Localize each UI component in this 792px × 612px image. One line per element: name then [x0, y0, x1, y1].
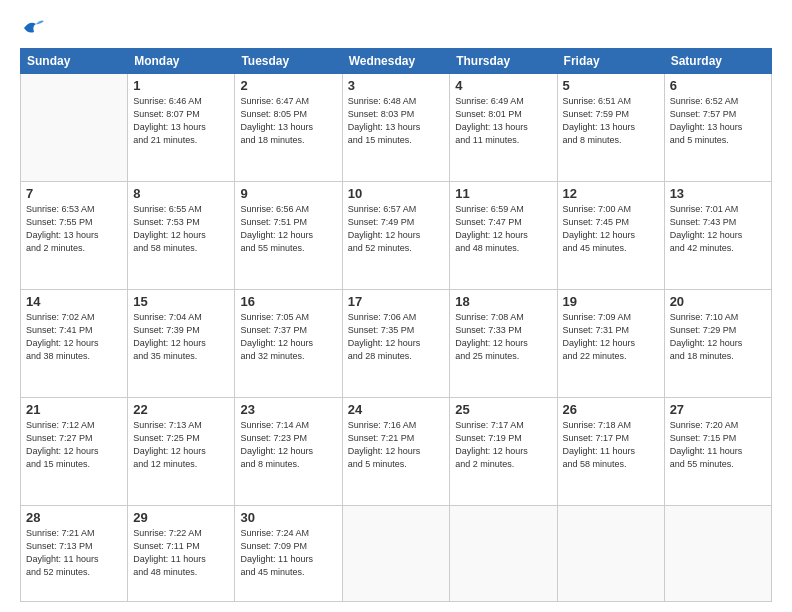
day-cell: 2Sunrise: 6:47 AM Sunset: 8:05 PM Daylig… [235, 74, 342, 182]
day-cell: 6Sunrise: 6:52 AM Sunset: 7:57 PM Daylig… [664, 74, 771, 182]
day-number: 1 [133, 78, 229, 93]
day-cell: 11Sunrise: 6:59 AM Sunset: 7:47 PM Dayli… [450, 182, 557, 290]
day-cell: 26Sunrise: 7:18 AM Sunset: 7:17 PM Dayli… [557, 398, 664, 506]
week-row-2: 7Sunrise: 6:53 AM Sunset: 7:55 PM Daylig… [21, 182, 772, 290]
day-number: 25 [455, 402, 551, 417]
day-cell: 30Sunrise: 7:24 AM Sunset: 7:09 PM Dayli… [235, 506, 342, 602]
day-info: Sunrise: 7:16 AM Sunset: 7:21 PM Dayligh… [348, 419, 445, 471]
day-info: Sunrise: 6:56 AM Sunset: 7:51 PM Dayligh… [240, 203, 336, 255]
day-cell: 1Sunrise: 6:46 AM Sunset: 8:07 PM Daylig… [128, 74, 235, 182]
day-number: 8 [133, 186, 229, 201]
day-cell: 3Sunrise: 6:48 AM Sunset: 8:03 PM Daylig… [342, 74, 450, 182]
day-info: Sunrise: 7:02 AM Sunset: 7:41 PM Dayligh… [26, 311, 122, 363]
day-info: Sunrise: 7:24 AM Sunset: 7:09 PM Dayligh… [240, 527, 336, 579]
day-number: 18 [455, 294, 551, 309]
day-cell: 15Sunrise: 7:04 AM Sunset: 7:39 PM Dayli… [128, 290, 235, 398]
weekday-header-monday: Monday [128, 49, 235, 74]
day-info: Sunrise: 7:13 AM Sunset: 7:25 PM Dayligh… [133, 419, 229, 471]
day-info: Sunrise: 7:09 AM Sunset: 7:31 PM Dayligh… [563, 311, 659, 363]
day-info: Sunrise: 7:14 AM Sunset: 7:23 PM Dayligh… [240, 419, 336, 471]
logo-bird-icon [22, 18, 44, 38]
day-info: Sunrise: 7:08 AM Sunset: 7:33 PM Dayligh… [455, 311, 551, 363]
day-number: 29 [133, 510, 229, 525]
day-cell: 7Sunrise: 6:53 AM Sunset: 7:55 PM Daylig… [21, 182, 128, 290]
day-cell: 18Sunrise: 7:08 AM Sunset: 7:33 PM Dayli… [450, 290, 557, 398]
day-number: 11 [455, 186, 551, 201]
day-number: 15 [133, 294, 229, 309]
weekday-header-tuesday: Tuesday [235, 49, 342, 74]
day-number: 26 [563, 402, 659, 417]
day-info: Sunrise: 6:48 AM Sunset: 8:03 PM Dayligh… [348, 95, 445, 147]
day-number: 19 [563, 294, 659, 309]
calendar-page: SundayMondayTuesdayWednesdayThursdayFrid… [0, 0, 792, 612]
weekday-header-friday: Friday [557, 49, 664, 74]
weekday-header-wednesday: Wednesday [342, 49, 450, 74]
day-info: Sunrise: 7:20 AM Sunset: 7:15 PM Dayligh… [670, 419, 766, 471]
day-info: Sunrise: 6:55 AM Sunset: 7:53 PM Dayligh… [133, 203, 229, 255]
day-cell: 13Sunrise: 7:01 AM Sunset: 7:43 PM Dayli… [664, 182, 771, 290]
day-number: 9 [240, 186, 336, 201]
day-cell: 21Sunrise: 7:12 AM Sunset: 7:27 PM Dayli… [21, 398, 128, 506]
day-cell: 22Sunrise: 7:13 AM Sunset: 7:25 PM Dayli… [128, 398, 235, 506]
day-number: 6 [670, 78, 766, 93]
day-cell: 19Sunrise: 7:09 AM Sunset: 7:31 PM Dayli… [557, 290, 664, 398]
weekday-header-saturday: Saturday [664, 49, 771, 74]
day-number: 17 [348, 294, 445, 309]
day-info: Sunrise: 6:57 AM Sunset: 7:49 PM Dayligh… [348, 203, 445, 255]
day-info: Sunrise: 7:17 AM Sunset: 7:19 PM Dayligh… [455, 419, 551, 471]
day-info: Sunrise: 6:47 AM Sunset: 8:05 PM Dayligh… [240, 95, 336, 147]
day-info: Sunrise: 7:04 AM Sunset: 7:39 PM Dayligh… [133, 311, 229, 363]
day-info: Sunrise: 6:52 AM Sunset: 7:57 PM Dayligh… [670, 95, 766, 147]
day-info: Sunrise: 7:21 AM Sunset: 7:13 PM Dayligh… [26, 527, 122, 579]
day-number: 21 [26, 402, 122, 417]
week-row-1: 1Sunrise: 6:46 AM Sunset: 8:07 PM Daylig… [21, 74, 772, 182]
day-cell: 12Sunrise: 7:00 AM Sunset: 7:45 PM Dayli… [557, 182, 664, 290]
day-number: 24 [348, 402, 445, 417]
day-cell: 25Sunrise: 7:17 AM Sunset: 7:19 PM Dayli… [450, 398, 557, 506]
day-info: Sunrise: 7:10 AM Sunset: 7:29 PM Dayligh… [670, 311, 766, 363]
day-cell: 9Sunrise: 6:56 AM Sunset: 7:51 PM Daylig… [235, 182, 342, 290]
day-info: Sunrise: 7:01 AM Sunset: 7:43 PM Dayligh… [670, 203, 766, 255]
day-cell: 5Sunrise: 6:51 AM Sunset: 7:59 PM Daylig… [557, 74, 664, 182]
day-number: 5 [563, 78, 659, 93]
day-info: Sunrise: 6:53 AM Sunset: 7:55 PM Dayligh… [26, 203, 122, 255]
day-info: Sunrise: 6:59 AM Sunset: 7:47 PM Dayligh… [455, 203, 551, 255]
day-cell: 4Sunrise: 6:49 AM Sunset: 8:01 PM Daylig… [450, 74, 557, 182]
day-cell [342, 506, 450, 602]
day-number: 27 [670, 402, 766, 417]
day-cell: 27Sunrise: 7:20 AM Sunset: 7:15 PM Dayli… [664, 398, 771, 506]
day-cell [450, 506, 557, 602]
day-cell [557, 506, 664, 602]
week-row-5: 28Sunrise: 7:21 AM Sunset: 7:13 PM Dayli… [21, 506, 772, 602]
day-cell: 10Sunrise: 6:57 AM Sunset: 7:49 PM Dayli… [342, 182, 450, 290]
day-info: Sunrise: 7:06 AM Sunset: 7:35 PM Dayligh… [348, 311, 445, 363]
day-number: 28 [26, 510, 122, 525]
day-cell: 14Sunrise: 7:02 AM Sunset: 7:41 PM Dayli… [21, 290, 128, 398]
day-info: Sunrise: 6:46 AM Sunset: 8:07 PM Dayligh… [133, 95, 229, 147]
day-cell: 20Sunrise: 7:10 AM Sunset: 7:29 PM Dayli… [664, 290, 771, 398]
calendar-table: SundayMondayTuesdayWednesdayThursdayFrid… [20, 48, 772, 602]
day-cell: 8Sunrise: 6:55 AM Sunset: 7:53 PM Daylig… [128, 182, 235, 290]
day-cell [664, 506, 771, 602]
day-cell: 17Sunrise: 7:06 AM Sunset: 7:35 PM Dayli… [342, 290, 450, 398]
day-info: Sunrise: 6:49 AM Sunset: 8:01 PM Dayligh… [455, 95, 551, 147]
day-cell: 28Sunrise: 7:21 AM Sunset: 7:13 PM Dayli… [21, 506, 128, 602]
day-number: 7 [26, 186, 122, 201]
day-info: Sunrise: 7:12 AM Sunset: 7:27 PM Dayligh… [26, 419, 122, 471]
header [20, 18, 772, 38]
day-number: 30 [240, 510, 336, 525]
day-number: 2 [240, 78, 336, 93]
week-row-4: 21Sunrise: 7:12 AM Sunset: 7:27 PM Dayli… [21, 398, 772, 506]
day-number: 14 [26, 294, 122, 309]
day-info: Sunrise: 7:22 AM Sunset: 7:11 PM Dayligh… [133, 527, 229, 579]
day-cell: 29Sunrise: 7:22 AM Sunset: 7:11 PM Dayli… [128, 506, 235, 602]
day-number: 4 [455, 78, 551, 93]
day-number: 3 [348, 78, 445, 93]
day-info: Sunrise: 7:00 AM Sunset: 7:45 PM Dayligh… [563, 203, 659, 255]
weekday-header-sunday: Sunday [21, 49, 128, 74]
day-cell: 23Sunrise: 7:14 AM Sunset: 7:23 PM Dayli… [235, 398, 342, 506]
day-number: 16 [240, 294, 336, 309]
logo [20, 18, 44, 38]
day-number: 12 [563, 186, 659, 201]
day-number: 13 [670, 186, 766, 201]
